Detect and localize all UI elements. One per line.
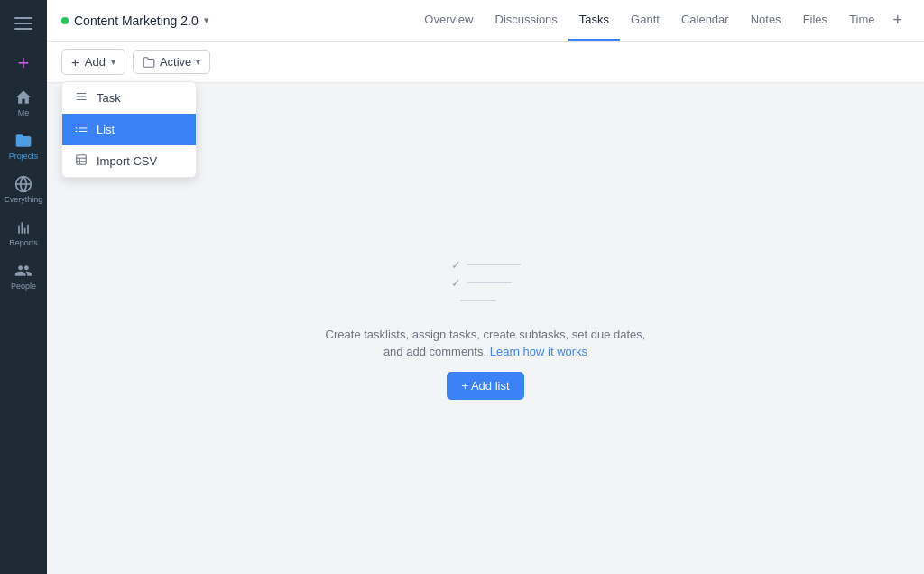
tab-files[interactable]: Files (792, 0, 838, 41)
check-icon-2: ✓ (451, 276, 461, 290)
empty-state: ✓ ✓ • Create tasklists, assign tasks, cr… (314, 258, 657, 400)
tab-calendar[interactable]: Calendar (670, 0, 740, 41)
learn-how-link[interactable]: Learn how it works (490, 345, 587, 358)
main-area: Content Marketing 2.0 ▾ Overview Discuss… (47, 0, 924, 574)
line-bar-3 (460, 300, 496, 301)
sidebar-item-projects[interactable]: Projects (4, 126, 43, 166)
add-dropdown-menu: Task List (61, 81, 197, 178)
list-icon (75, 122, 88, 137)
tab-overview[interactable]: Overview (413, 0, 484, 41)
sidebar-me-label: Me (18, 108, 30, 117)
tab-tasks[interactable]: Tasks (568, 0, 620, 41)
folder-icon (143, 56, 155, 69)
sidebar-everything-label: Everything (5, 195, 43, 204)
sidebar-item-reports[interactable]: Reports (4, 213, 43, 253)
tab-notes[interactable]: Notes (740, 0, 792, 41)
sidebar: + Me Projects Everything Reports People (0, 0, 47, 574)
add-list-button[interactable]: + Add list (447, 372, 523, 400)
check-icon-1: ✓ (451, 258, 461, 272)
active-filter-caret: ▾ (196, 57, 200, 67)
dropdown-task-label: Task (97, 91, 121, 105)
topbar: Content Marketing 2.0 ▾ Overview Discuss… (47, 0, 924, 42)
dropdown-list-label: List (97, 123, 115, 136)
line-bar-1 (467, 264, 521, 265)
sidebar-item-people[interactable]: People (4, 256, 43, 296)
add-button-caret: ▾ (111, 57, 116, 67)
create-plus-button[interactable]: + (4, 47, 43, 79)
toolbar: + Add ▾ Task (47, 42, 924, 83)
add-button-label: Add (85, 55, 106, 69)
nav-add-tab-button[interactable]: + (885, 11, 910, 30)
empty-state-description: Create tasklists, assign tasks, create s… (314, 326, 657, 361)
nav-tabs: Overview Discussions Tasks Gantt Calenda… (413, 0, 910, 41)
dropdown-item-import-csv[interactable]: Import CSV (62, 145, 196, 177)
sidebar-people-label: People (11, 282, 36, 291)
add-button[interactable]: + Add ▾ (61, 49, 125, 75)
svg-rect-0 (14, 17, 32, 19)
import-csv-icon (75, 153, 88, 169)
project-title-chevron[interactable]: ▾ (204, 14, 209, 26)
line-bar-2 (467, 282, 512, 283)
sidebar-item-everything[interactable]: Everything (4, 170, 43, 209)
active-filter-label: Active (160, 55, 191, 69)
task-icon (75, 90, 88, 106)
svg-rect-1 (14, 23, 32, 24)
check-icon-3: • (451, 294, 456, 308)
svg-rect-2 (14, 28, 32, 30)
dropdown-import-csv-label: Import CSV (97, 154, 157, 168)
active-filter-button[interactable]: Active ▾ (133, 50, 210, 74)
svg-rect-14 (77, 155, 87, 165)
dropdown-item-list[interactable]: List (62, 114, 196, 145)
sidebar-item-me[interactable]: Me (4, 83, 43, 123)
empty-state-icon: ✓ ✓ • (451, 258, 521, 308)
tab-gantt[interactable]: Gantt (620, 0, 670, 41)
project-title-text: Content Marketing 2.0 (74, 14, 199, 28)
tab-time[interactable]: Time (838, 0, 885, 41)
sidebar-reports-label: Reports (9, 238, 38, 247)
add-plus-icon: + (71, 54, 79, 69)
tab-discussions[interactable]: Discussions (485, 0, 568, 41)
add-dropdown-container: + Add ▾ Task (61, 49, 125, 75)
project-title-group: Content Marketing 2.0 ▾ (61, 14, 209, 28)
dropdown-item-task[interactable]: Task (62, 82, 196, 114)
project-status-dot (61, 17, 69, 24)
sidebar-projects-label: Projects (9, 152, 39, 161)
hamburger-icon[interactable] (4, 7, 43, 40)
